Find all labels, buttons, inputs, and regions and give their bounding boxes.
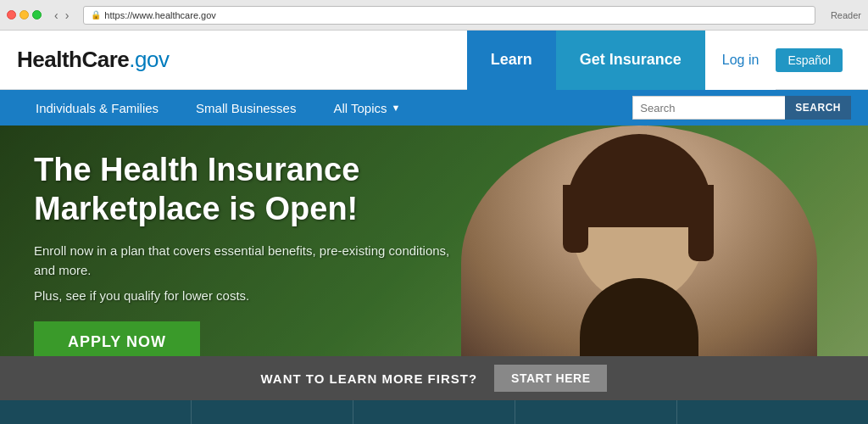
maximize-window-button[interactable] [32,10,42,20]
browser-forward-button[interactable]: › [63,8,72,22]
cards-next-button[interactable]: › [838,400,868,424]
reader-button[interactable]: Reader [831,10,861,20]
sidebar-item-individuals-families[interactable]: Individuals & Families [17,90,177,126]
hero-section: The Health Insurance Marketplace is Open… [0,126,868,356]
nav-bar: Individuals & Families Small Businesses … [0,90,868,126]
bottom-cards-section: ‹ Get covered: A one-page guide Find the… [0,400,868,424]
nav-get-insurance-button[interactable]: Get Insurance [556,31,705,90]
hero-subtitle2: Plus, see if you qualify for lower costs… [34,288,458,303]
hero-content: The Health Insurance Marketplace is Open… [34,151,458,356]
start-here-button[interactable]: START HERE [494,365,607,392]
card-what-covers[interactable]: See what Marketplace insurance covers [515,400,677,424]
card-find-marketplace[interactable]: Find the Marketplace in your state [192,400,353,424]
nav-bar-links: Individuals & Families Small Businesses … [17,90,632,126]
cards-container: Get covered: A one-page guide Find the M… [30,400,837,424]
nav-login-button[interactable]: Log in [705,31,776,90]
card-get-help[interactable]: Get help with your application [677,400,838,424]
nav-learn-button[interactable]: Learn [467,31,556,90]
ssl-lock-icon: 🔒 [91,10,101,20]
card-get-covered[interactable]: Get covered: A one-page guide [30,400,192,424]
cards-prev-button[interactable]: ‹ [0,400,30,424]
body-shape [580,278,698,356]
learn-more-text: WANT TO LEARN MORE FIRST? [261,371,478,386]
card-lower-costs[interactable]: Get lower costs on health insurance [353,400,515,424]
header-navigation: Learn Get Insurance Log in Español [467,31,851,90]
person-face [554,142,724,356]
search-input[interactable] [632,96,785,120]
hero-title: The Health Insurance Marketplace is Open… [34,151,458,228]
logo-dotgov: .gov [129,47,169,72]
chevron-down-icon: ▼ [392,103,401,113]
browser-back-button[interactable]: ‹ [52,8,61,22]
close-window-button[interactable] [7,10,16,20]
hero-subtitle: Enroll now in a plan that covers essenti… [34,242,458,280]
browser-nav-arrows: ‹ › [52,8,71,22]
logo-area: HealthCare.gov [17,47,467,73]
search-area: SEARCH [632,96,851,120]
apply-now-button[interactable]: APPLY NOW [34,321,200,356]
sidebar-item-all-topics[interactable]: All Topics ▼ [314,90,419,126]
browser-chrome: ‹ › 🔒 https://www.healthcare.gov Reader [0,0,868,31]
hair-side-left [563,185,588,253]
sidebar-item-small-businesses[interactable]: Small Businesses [177,90,314,126]
logo-healthcare: HealthCare [17,47,129,72]
learn-more-bar: WANT TO LEARN MORE FIRST? START HERE [0,356,868,400]
address-bar[interactable]: 🔒 https://www.healthcare.gov [83,6,815,25]
site-logo[interactable]: HealthCare.gov [17,47,169,73]
espanol-button[interactable]: Español [776,48,843,72]
search-button[interactable]: SEARCH [785,96,851,120]
hair-side-right [688,185,714,261]
address-url: https://www.healthcare.gov [104,10,215,20]
site-header: HealthCare.gov Learn Get Insurance Log i… [0,31,868,90]
minimize-window-button[interactable] [19,10,29,20]
browser-window-controls [7,10,42,20]
